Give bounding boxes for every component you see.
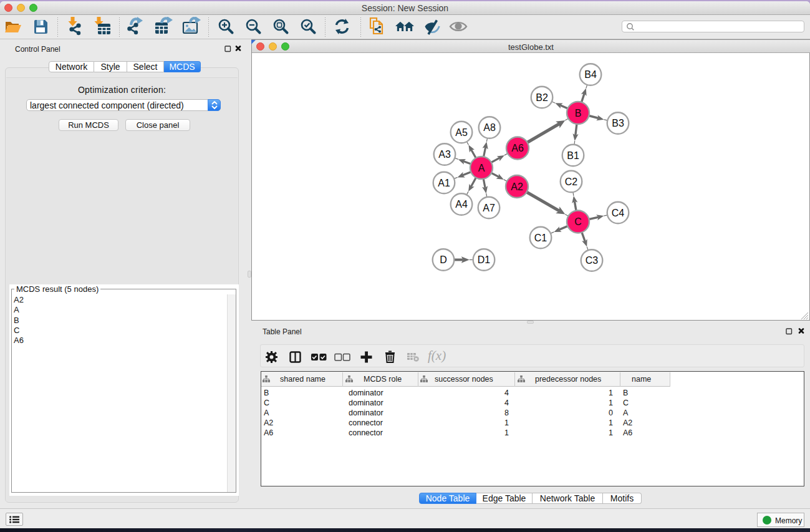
svg-text:A: A (478, 163, 485, 173)
svg-text:A7: A7 (483, 203, 495, 213)
svg-text:A4: A4 (455, 199, 468, 210)
svg-text:B4: B4 (584, 69, 597, 80)
svg-text:C1: C1 (534, 233, 547, 243)
svg-text:B3: B3 (612, 118, 624, 128)
svg-text:A5: A5 (455, 127, 468, 138)
svg-text:B2: B2 (536, 92, 548, 103)
svg-text:A8: A8 (483, 122, 496, 133)
svg-text:A1: A1 (438, 178, 450, 188)
svg-text:A2: A2 (511, 181, 523, 192)
svg-text:D: D (440, 254, 447, 265)
svg-text:A3: A3 (438, 149, 451, 160)
svg-text:C2: C2 (565, 177, 578, 187)
svg-text:B1: B1 (567, 150, 579, 161)
svg-text:D1: D1 (478, 254, 491, 265)
svg-text:A6: A6 (511, 143, 524, 153)
svg-text:C: C (574, 216, 582, 227)
svg-text:B: B (575, 108, 582, 118)
svg-text:C4: C4 (612, 208, 625, 218)
svg-text:C3: C3 (586, 255, 599, 266)
